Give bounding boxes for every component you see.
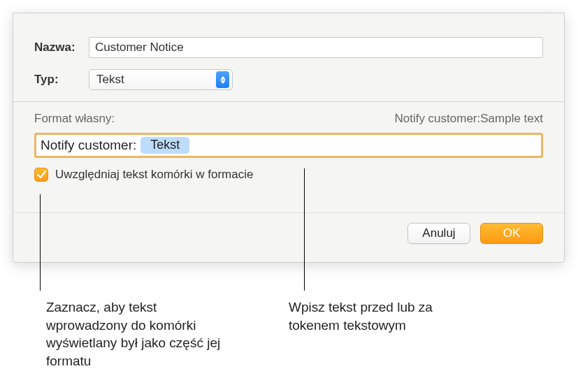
dialog-body: Nazwa: Typ: Tekst Format własny: Notify … bbox=[13, 13, 564, 262]
name-row: Nazwa: bbox=[34, 37, 543, 58]
name-label: Nazwa: bbox=[34, 41, 89, 55]
checkmark-icon bbox=[37, 170, 46, 179]
type-select[interactable]: Tekst bbox=[89, 69, 233, 90]
type-select-value: Tekst bbox=[96, 73, 124, 87]
text-token[interactable]: Tekst bbox=[140, 137, 189, 154]
include-cell-text-row: Uwzględniaj tekst komórki w formacie bbox=[34, 168, 543, 182]
cancel-button[interactable]: Anuluj bbox=[407, 223, 470, 244]
type-label: Typ: bbox=[34, 73, 89, 87]
callout-leader-left bbox=[40, 194, 41, 291]
callout-leader-right bbox=[304, 168, 305, 291]
format-prefix-text: Notify customer: bbox=[41, 138, 136, 153]
name-input[interactable] bbox=[89, 37, 543, 58]
custom-format-dialog: Nazwa: Typ: Tekst Format własny: Notify … bbox=[13, 13, 565, 263]
divider bbox=[13, 101, 564, 102]
ok-button[interactable]: OK bbox=[480, 223, 543, 244]
type-select-wrapper: Tekst bbox=[89, 69, 233, 90]
format-header: Format własny: Notify customer:Sample te… bbox=[34, 112, 543, 126]
include-cell-text-checkbox[interactable] bbox=[34, 168, 48, 182]
dialog-buttons: Anuluj OK bbox=[13, 212, 564, 247]
format-preview: Notify customer:Sample text bbox=[394, 112, 543, 126]
include-cell-text-label: Uwzględniaj tekst komórki w formacie bbox=[55, 168, 253, 182]
format-input[interactable]: Notify customer: Tekst bbox=[34, 133, 543, 158]
callout-token: Wpisz tekst przed lub za tokenem tekstow… bbox=[289, 298, 484, 334]
callout-checkbox: Zaznacz, aby tekst wprowadzony do komórk… bbox=[46, 298, 228, 370]
type-row: Typ: Tekst bbox=[34, 69, 543, 90]
chevron-up-down-icon bbox=[216, 71, 229, 88]
format-own-label: Format własny: bbox=[34, 112, 115, 126]
